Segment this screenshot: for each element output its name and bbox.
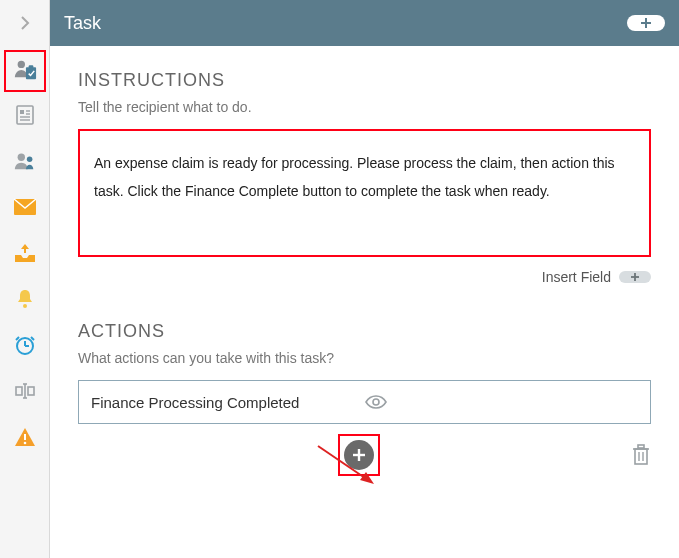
mail-icon [13,195,37,219]
svg-point-27 [373,399,379,405]
instructions-subheading: Tell the recipient what to do. [78,99,651,115]
document-icon [13,103,37,127]
inbox-upload-icon [13,241,37,265]
chevron-right-icon [13,11,37,35]
sidebar-item-people[interactable] [0,138,49,184]
instructions-text: An expense claim is ready for processing… [94,155,615,199]
sidebar-item-mail[interactable] [0,184,49,230]
clock-icon [13,333,37,357]
warning-icon [13,425,37,449]
svg-point-10 [26,156,32,162]
svg-point-0 [17,61,24,68]
sidebar-item-text-cursor[interactable] [0,368,49,414]
sidebar-item-clock[interactable] [0,322,49,368]
action-input-value: Finance Processing Completed [91,394,365,411]
instructions-textarea[interactable]: An expense claim is ready for processing… [78,129,651,257]
main-panel: Task INSTRUCTIONS Tell the recipient wha… [50,0,679,558]
highlight-add-action [338,434,380,476]
sidebar-item-warning[interactable] [0,414,49,460]
sidebar-item-document[interactable] [0,92,49,138]
plus-icon [639,17,653,29]
plus-icon [351,447,367,463]
trash-icon [631,443,651,467]
svg-point-22 [23,442,26,445]
svg-rect-32 [638,445,644,448]
user-task-icon [13,57,37,81]
svg-rect-3 [17,106,33,124]
sidebar-collapse[interactable] [0,0,49,46]
svg-rect-30 [635,449,647,464]
plus-icon [629,272,641,282]
add-action-button[interactable] [344,440,374,470]
header-add-button[interactable] [627,15,665,31]
sidebar-item-inbox[interactable] [0,230,49,276]
panel-content: INSTRUCTIONS Tell the recipient what to … [50,46,679,488]
actions-subheading: What actions can you take with this task… [78,350,651,366]
svg-point-12 [23,304,27,308]
panel-title: Task [64,13,627,34]
eye-icon[interactable] [365,395,639,409]
sidebar-item-bell[interactable] [0,276,49,322]
instructions-heading: INSTRUCTIONS [78,70,651,91]
sidebar-item-user-task[interactable] [0,46,49,92]
bell-icon [13,287,37,311]
svg-rect-4 [20,110,24,114]
insert-field-link[interactable]: Insert Field [542,269,611,285]
svg-rect-16 [16,387,22,395]
svg-rect-2 [28,65,33,69]
svg-rect-17 [28,387,34,395]
insert-field-button[interactable] [619,271,651,283]
svg-point-9 [17,154,24,161]
delete-action-button[interactable] [631,443,651,467]
text-cursor-icon [13,379,37,403]
actions-heading: ACTIONS [78,321,651,342]
people-icon [13,149,37,173]
action-input[interactable]: Finance Processing Completed [78,380,651,424]
sidebar [0,0,50,558]
panel-header: Task [50,0,679,46]
